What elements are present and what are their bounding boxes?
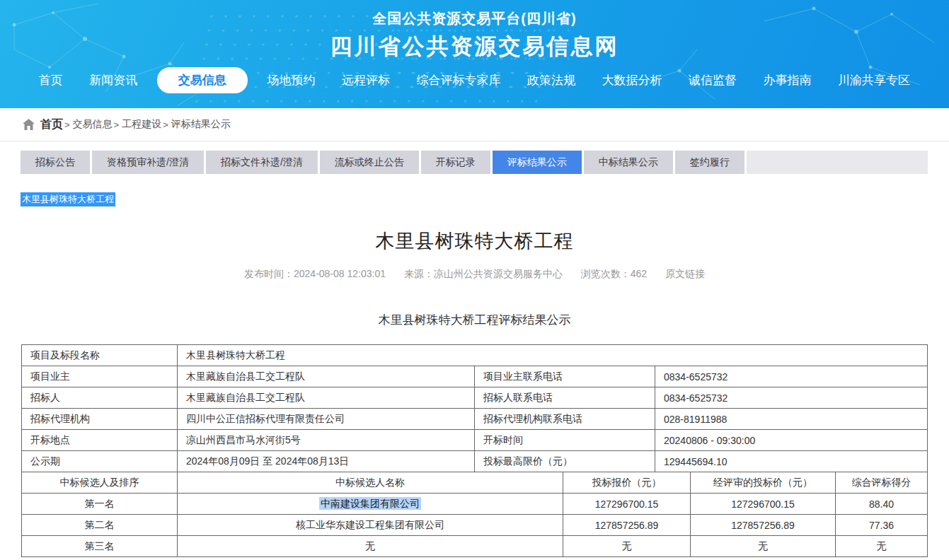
candidates-table: 中标候选人及排序 中标候选人名称 投标报价（元） 经评审的投标价（元） 综合评标… — [21, 472, 928, 557]
evaluated-price: 无 — [691, 536, 836, 557]
info-value: 四川中公正信招标代理有限责任公司 — [178, 409, 475, 430]
breadcrumb-trade-info[interactable]: 交易信息 — [73, 118, 113, 131]
candidate-name: 中南建设集团有限公司 — [178, 494, 563, 515]
nav-item-integrity[interactable]: 诚信监督 — [681, 68, 744, 93]
nav-item-chuanyu-zone[interactable]: 川渝共享专区 — [831, 68, 917, 93]
source: 来源：凉山州公共资源交易服务中心 — [404, 268, 563, 279]
info-label: 招标人联系电话 — [475, 387, 655, 409]
nav-item-home[interactable]: 首页 — [32, 68, 70, 93]
candidate-rank: 第二名 — [22, 515, 178, 536]
column-header: 综合评标得分 — [836, 472, 928, 494]
column-header: 中标候选人名称 — [178, 472, 563, 494]
column-header: 中标候选人及排序 — [22, 472, 178, 494]
candidate-name: 核工业华东建设工程集团有限公司 — [178, 515, 563, 536]
info-value: 木里县树珠特大桥工程 — [178, 345, 928, 366]
project-link-row: 木里县树珠特大桥工程 — [21, 192, 949, 206]
publish-time: 发布时间：2024-08-08 12:03:01 — [244, 268, 386, 279]
table-row: 第三名 无 无 无 无 — [22, 536, 928, 557]
site-title: 四川省公共资源交易信息网 — [0, 32, 949, 62]
breadcrumb-evaluation-result[interactable]: 评标结果公示 — [171, 118, 231, 131]
table-row: 项目业主 木里藏族自治县工交工程队 项目业主联系电话 0834-6525732 — [22, 366, 928, 387]
original-link[interactable]: 原文链接 — [665, 268, 705, 279]
selected-text: 中南建设集团有限公司 — [319, 497, 421, 510]
nav-item-big-data[interactable]: 大数据分析 — [594, 68, 669, 93]
table-row: 第一名 中南建设集团有限公司 127296700.15 127296700.15… — [22, 494, 928, 515]
document-subtitle: 木里县树珠特大桥工程评标结果公示 — [0, 312, 949, 328]
info-label: 公示期 — [22, 451, 178, 472]
tab-bid-opening-record[interactable]: 开标记录 — [421, 151, 490, 174]
info-value: 2024年08月09日 至 2024年08月13日 — [178, 451, 475, 472]
view-count: 浏览次数：462 — [581, 268, 647, 279]
info-value: 0834-6525732 — [655, 366, 928, 387]
evaluated-price: 127296700.15 — [691, 494, 836, 515]
column-header: 投标报价（元） — [563, 472, 691, 494]
info-label: 开标时间 — [475, 430, 655, 451]
site-header: 全国公共资源交易平台(四川省) 四川省公共资源交易信息网 首页 新闻资讯 交易信… — [0, 0, 949, 108]
project-link-selected[interactable]: 木里县树珠特大桥工程 — [21, 192, 115, 206]
table-row: 公示期 2024年08月09日 至 2024年08月13日 投标最高限价（元） … — [22, 451, 928, 472]
candidate-rank: 第三名 — [22, 536, 178, 557]
info-value: 129445694.10 — [655, 451, 928, 472]
tab-failed-or-terminated[interactable]: 流标或终止公告 — [320, 151, 419, 174]
info-label: 项目业主 — [22, 366, 178, 387]
score: 77.36 — [836, 515, 928, 536]
info-value: 0834-6525732 — [655, 387, 928, 409]
candidate-rank: 第一名 — [22, 494, 178, 515]
nav-item-expert-library[interactable]: 综合评标专家库 — [409, 68, 507, 93]
table-header-row: 中标候选人及排序 中标候选人名称 投标报价（元） 经评审的投标价（元） 综合评标… — [22, 472, 928, 494]
breadcrumb-home[interactable]: 首页 — [40, 117, 63, 132]
info-label: 开标地点 — [22, 430, 178, 451]
info-label: 项目业主联系电话 — [475, 366, 655, 387]
nav-item-venue-booking[interactable]: 场地预约 — [260, 68, 322, 93]
info-value: 凉山州西昌市马水河街5号 — [178, 430, 475, 451]
site-banner: 全国公共资源交易平台(四川省) 四川省公共资源交易信息网 — [0, 0, 949, 62]
tab-award-result[interactable]: 中标结果公示 — [584, 151, 673, 174]
score: 88.40 — [836, 494, 928, 515]
table-row: 项目及标段名称 木里县树珠特大桥工程 — [22, 345, 928, 366]
nav-item-news[interactable]: 新闻资讯 — [82, 68, 144, 93]
info-label: 招标代理机构联系电话 — [475, 409, 655, 430]
category-tabs: 招标公告 资格预审补遗/澄清 招标文件补遗/澄清 流标或终止公告 开标记录 评标… — [21, 151, 928, 174]
column-header: 经评审的投标价（元） — [691, 472, 836, 494]
project-info-table: 项目及标段名称 木里县树珠特大桥工程 项目业主 木里藏族自治县工交工程队 项目业… — [21, 344, 928, 472]
page-title: 木里县树珠特大桥工程 — [0, 228, 949, 254]
nav-item-trade-info[interactable]: 交易信息 — [157, 67, 248, 93]
table-row: 招标代理机构 四川中公正信招标代理有限责任公司 招标代理机构联系电话 028-8… — [22, 409, 928, 430]
table-row: 第二名 核工业华东建设工程集团有限公司 127857256.89 1278572… — [22, 515, 928, 536]
nav-item-guide[interactable]: 办事指南 — [757, 68, 819, 93]
info-value: 木里藏族自治县工交工程队 — [178, 387, 475, 409]
info-value: 028-81911988 — [655, 409, 928, 430]
breadcrumb-separator: > — [114, 119, 120, 130]
tab-prequalification-supplement[interactable]: 资格预审补遗/澄清 — [92, 151, 204, 174]
home-icon — [23, 119, 35, 130]
candidate-name: 无 — [178, 536, 563, 557]
info-label: 投标最高限价（元） — [475, 451, 655, 472]
info-value: 木里藏族自治县工交工程队 — [178, 366, 475, 387]
info-label: 项目及标段名称 — [22, 345, 178, 366]
main-navigation: 首页 新闻资讯 交易信息 场地预约 远程评标 综合评标专家库 政策法规 大数据分… — [0, 62, 949, 98]
breadcrumb-engineering[interactable]: 工程建设 — [122, 118, 161, 131]
breadcrumb: 首页 > 交易信息 > 工程建设 > 评标结果公示 — [0, 108, 949, 141]
tab-tender-doc-supplement[interactable]: 招标文件补遗/澄清 — [206, 151, 318, 174]
tab-tender-announcement[interactable]: 招标公告 — [21, 151, 90, 174]
article-meta: 发布时间：2024-08-08 12:03:01 来源：凉山州公共资源交易服务中… — [0, 268, 949, 281]
tab-contract-performance[interactable]: 签约履行 — [675, 151, 744, 174]
nav-item-policies[interactable]: 政策法规 — [520, 68, 582, 93]
tabs-filler — [747, 151, 928, 174]
score: 无 — [836, 536, 928, 557]
bid-price: 无 — [563, 536, 691, 557]
table-row: 招标人 木里藏族自治县工交工程队 招标人联系电话 0834-6525732 — [22, 387, 928, 409]
breadcrumb-separator: > — [64, 119, 70, 130]
table-row: 开标地点 凉山州西昌市马水河街5号 开标时间 20240806 - 09:30:… — [22, 430, 928, 451]
info-label: 招标人 — [22, 387, 178, 409]
info-label: 招标代理机构 — [22, 409, 178, 430]
platform-title: 全国公共资源交易平台(四川省) — [0, 9, 949, 28]
evaluated-price: 127857256.89 — [691, 515, 836, 536]
bid-price: 127296700.15 — [563, 494, 691, 515]
breadcrumb-separator: > — [163, 119, 168, 130]
tab-evaluation-result[interactable]: 评标结果公示 — [493, 151, 582, 174]
bid-price: 127857256.89 — [563, 515, 691, 536]
info-value: 20240806 - 09:30:00 — [655, 430, 928, 451]
nav-item-remote-evaluation[interactable]: 远程评标 — [335, 68, 397, 93]
